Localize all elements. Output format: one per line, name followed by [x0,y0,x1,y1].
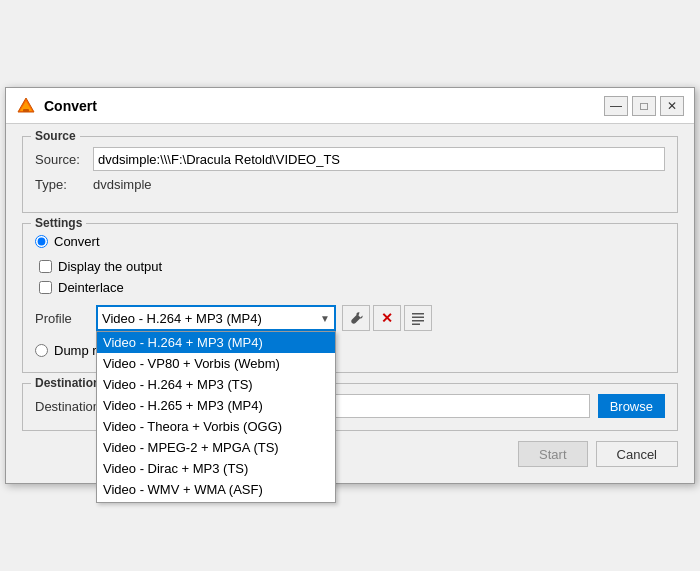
source-input[interactable] [93,147,665,171]
profile-actions: ✕ [342,305,432,331]
convert-radio-label: Convert [54,234,100,249]
deinterlace-checkbox[interactable] [39,281,52,294]
wrench-icon [349,311,363,325]
browse-button[interactable]: Browse [598,394,665,418]
title-bar-left: Convert [16,96,97,116]
profile-dropdown-trigger[interactable]: Video - H.264 + MP3 (MP4) [96,305,336,331]
profile-option-1[interactable]: Video - VP80 + Vorbis (Webm) [97,353,335,374]
profile-label: Profile [35,311,90,326]
display-output-label: Display the output [58,259,162,274]
svg-rect-5 [412,320,424,322]
convert-radio-row: Convert [35,234,665,249]
profile-select-wrapper: Video - H.264 + MP3 (MP4) Video - H.264 … [96,305,336,331]
dump-radio[interactable] [35,344,48,357]
delete-icon: ✕ [381,310,393,326]
profile-dropdown-inner[interactable]: Video - H.264 + MP3 (MP4) Video - VP80 +… [97,332,335,502]
window-title: Convert [44,98,97,114]
type-value: dvdsimple [93,177,152,192]
minimize-button[interactable]: — [604,96,628,116]
deinterlace-row: Deinterlace [39,280,665,295]
deinterlace-label: Deinterlace [58,280,124,295]
maximize-button[interactable]: □ [632,96,656,116]
settings-group: Settings Convert Display the output Dein… [22,223,678,373]
close-button[interactable]: ✕ [660,96,684,116]
display-output-row: Display the output [39,259,665,274]
profile-option-5[interactable]: Video - MPEG-2 + MPGA (TS) [97,437,335,458]
source-group-title: Source [31,129,80,143]
source-label: Source: [35,152,85,167]
delete-profile-button[interactable]: ✕ [373,305,401,331]
destination-group-title: Destination [31,376,104,390]
wrench-button[interactable] [342,305,370,331]
display-output-checkbox[interactable] [39,260,52,273]
profile-option-4[interactable]: Video - Theora + Vorbis (OGG) [97,416,335,437]
title-bar-controls: — □ ✕ [604,96,684,116]
profile-option-2[interactable]: Video - H.264 + MP3 (TS) [97,374,335,395]
type-field-row: Type: dvdsimple [35,177,665,192]
convert-radio[interactable] [35,235,48,248]
profile-selected-value: Video - H.264 + MP3 (MP4) [102,311,262,326]
profile-option-7[interactable]: Video - WMV + WMA (ASF) [97,479,335,500]
title-bar: Convert — □ ✕ [6,88,694,124]
start-button[interactable]: Start [518,441,587,467]
source-field-row: Source: [35,147,665,171]
profile-option-0[interactable]: Video - H.264 + MP3 (MP4) [97,332,335,353]
vlc-icon [16,96,36,116]
main-window: Convert — □ ✕ Source Source: Type: dvdsi… [5,87,695,484]
profile-row: Profile Video - H.264 + MP3 (MP4) Video … [35,305,665,331]
profile-dropdown-list: Video - H.264 + MP3 (MP4) Video - VP80 +… [96,331,336,503]
profile-option-6[interactable]: Video - Dirac + MP3 (TS) [97,458,335,479]
svg-rect-3 [412,313,424,315]
cancel-button[interactable]: Cancel [596,441,678,467]
svg-rect-6 [412,324,420,326]
type-label: Type: [35,177,85,192]
new-profile-button[interactable] [404,305,432,331]
list-icon [411,311,425,325]
svg-rect-2 [23,109,29,112]
settings-group-title: Settings [31,216,86,230]
profile-option-3[interactable]: Video - H.265 + MP3 (MP4) [97,395,335,416]
profile-option-8[interactable]: Video - DIV3 + MP3 (ASF) [97,500,335,502]
content-area: Source Source: Type: dvdsimple Settings … [6,124,694,483]
source-group: Source Source: Type: dvdsimple [22,136,678,213]
svg-rect-4 [412,317,424,319]
